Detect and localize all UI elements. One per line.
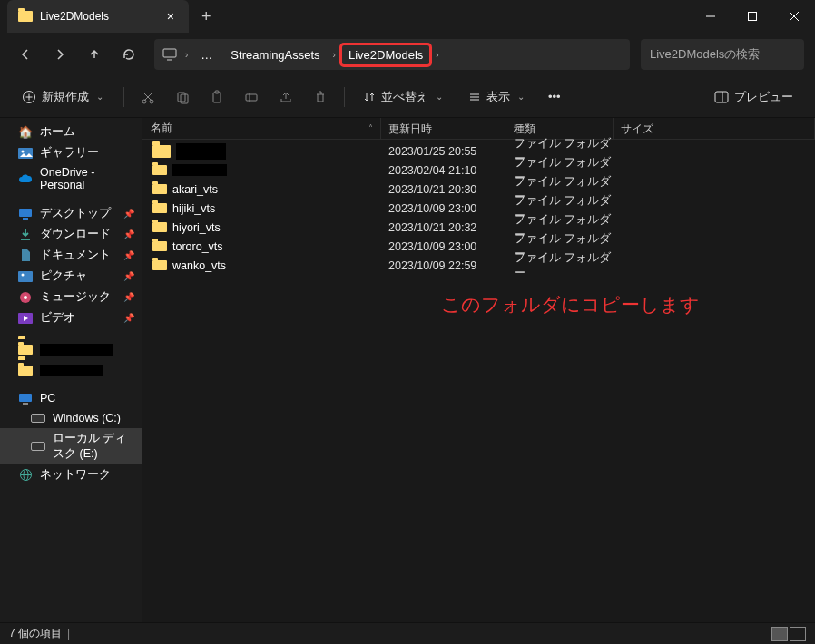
annotation-text: このフォルダにコピーします [441,292,700,317]
sidebar-item-desktop[interactable]: デスクトップ📌 [0,203,142,224]
up-button[interactable] [80,40,109,69]
breadcrumb-ellipsis[interactable]: … [193,44,220,65]
file-date: 2023/10/09 23:00 [381,240,506,253]
sidebar-item-home[interactable]: 🏠ホーム [0,122,142,142]
desktop-icon [18,207,33,221]
tab-close-button[interactable]: × [163,9,178,24]
breadcrumb-path[interactable]: › … StreamingAssets › Live2DModels › [154,39,630,70]
redacted-label [40,365,103,376]
chevron-right-icon: › [434,50,440,60]
pin-icon: 📌 [123,229,134,239]
new-label: 新規作成 [42,89,89,105]
column-header-size[interactable]: サイズ [614,118,815,139]
breadcrumb-parent[interactable]: StreamingAssets [223,44,327,65]
file-date: 2023/10/21 20:30 [381,183,506,196]
sidebar-item-e-drive[interactable]: ローカル ディスク (E:) [0,428,142,464]
sort-icon [363,91,376,103]
paste-button[interactable] [202,84,231,110]
sidebar-item-onedrive[interactable]: OneDrive - Personal [0,163,142,194]
svg-rect-22 [18,148,33,159]
more-button[interactable]: ••• [541,84,568,109]
file-date: 2023/10/09 23:00 [381,202,506,215]
sidebar-item-label: OneDrive - Personal [40,166,133,191]
file-row[interactable]: tororo_vts2023/10/09 23:00ファイル フォルダー [142,237,815,256]
forward-button[interactable] [45,40,74,69]
file-name: hijiki_vts [172,202,215,215]
file-row[interactable]: 2023/02/04 21:10ファイル フォルダー [142,161,815,180]
pin-icon: 📌 [123,271,134,281]
file-row[interactable]: wanko_vts2023/10/09 22:59ファイル フォルダー [142,256,815,275]
breadcrumb-current[interactable]: Live2DModels [341,44,430,65]
folder-icon [18,11,33,22]
search-input[interactable]: Live2DModelsの検索 [641,39,804,70]
pc-icon [18,391,33,405]
folder-icon [152,222,167,232]
sort-button[interactable]: 並べ替え ⌄ [354,83,454,111]
new-tab-button[interactable]: + [189,7,224,26]
chevron-down-icon: ⌄ [516,92,526,102]
chevron-right-icon: › [183,50,190,60]
refresh-button[interactable] [114,40,143,69]
folder-icon [18,345,33,355]
column-header-date[interactable]: 更新日時 [381,118,506,139]
share-button[interactable] [271,84,300,110]
network-icon [18,468,33,483]
rename-button[interactable] [237,84,266,110]
sidebar-item-c-drive[interactable]: Windows (C:) [0,408,142,428]
sidebar-item-gallery[interactable]: ギャラリー [0,142,142,163]
delete-button[interactable] [306,84,335,110]
column-header-name[interactable]: 名前˄ [142,118,381,139]
sidebar-item-label: Windows (C:) [53,412,121,424]
sidebar-item-pictures[interactable]: ピクチャ📌 [0,266,142,287]
file-name: tororo_vts [172,240,223,253]
window-tab[interactable]: Live2DModels × [7,0,189,33]
svg-rect-1 [749,13,757,21]
sort-indicator-icon: ˄ [368,123,373,133]
separator [123,87,124,107]
details-view-button[interactable] [771,627,788,641]
item-count: 7 個の項目 [9,626,62,641]
file-row[interactable]: akari_vts2023/10/21 20:30ファイル フォルダー [142,180,815,199]
view-mode-buttons [771,627,806,641]
cut-button[interactable] [133,84,162,110]
toolbar: 新規作成 ⌄ 並べ替え ⌄ 表示 ⌄ ••• プレビュー [0,76,815,118]
back-button[interactable] [11,40,40,69]
file-row[interactable]: hijiki_vts2023/10/09 23:00ファイル フォルダー [142,199,815,218]
status-bar: 7 個の項目 | [0,622,815,644]
svg-point-28 [22,273,25,276]
sidebar-item-network[interactable]: ネットワーク [0,464,142,485]
sidebar-item-videos[interactable]: ビデオ📌 [0,307,142,328]
plus-circle-icon [22,90,36,104]
sidebar-item-label: ピクチャ [40,268,87,284]
sidebar-item-label: ホーム [40,124,75,140]
folder-icon [152,184,167,194]
new-button[interactable]: 新規作成 ⌄ [13,83,114,111]
download-icon [18,228,33,242]
file-row[interactable]: 2023/01/25 20:55ファイル フォルダー [142,141,815,161]
view-label: 表示 [486,89,510,105]
separator [344,87,345,107]
svg-point-30 [24,296,27,299]
view-button[interactable]: 表示 ⌄ [459,83,535,111]
sidebar-item-folder-redacted[interactable] [0,362,142,379]
close-button[interactable] [773,0,815,33]
minimize-button[interactable] [690,0,732,33]
file-rows: 2023/01/25 20:55ファイル フォルダー2023/02/04 21:… [142,140,815,275]
sidebar-item-music[interactable]: ミュージック📌 [0,287,142,307]
folder-icon [152,145,171,158]
preview-button[interactable]: プレビュー [705,83,802,111]
file-date: 2023/10/09 22:59 [381,259,506,272]
file-row[interactable]: hiyori_vts2023/10/21 20:32ファイル フォルダー [142,218,815,237]
tab-title: Live2DModels [40,10,156,23]
sidebar-item-pc[interactable]: PC [0,388,142,408]
column-headers: 名前˄ 更新日時 種類 サイズ [142,118,815,140]
pin-icon: 📌 [123,209,134,219]
sidebar-item-downloads[interactable]: ダウンロード📌 [0,224,142,245]
maximize-button[interactable] [732,0,773,33]
thumbnails-view-button[interactable] [790,627,806,641]
sidebar-item-documents[interactable]: ドキュメント📌 [0,245,142,266]
pin-icon: 📌 [123,292,134,302]
sidebar-item-label: ミュージック [40,289,111,305]
copy-button[interactable] [168,84,197,110]
folder-icon [152,241,167,251]
